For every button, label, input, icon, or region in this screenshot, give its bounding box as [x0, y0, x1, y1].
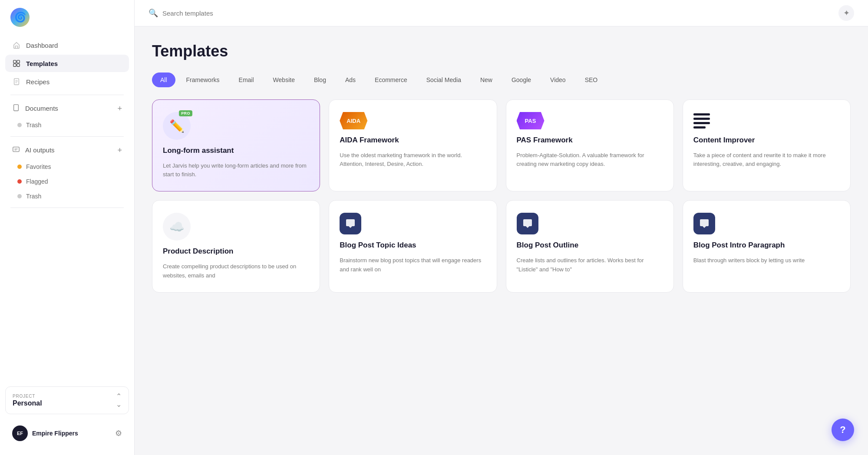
svg-rect-5 — [14, 105, 19, 111]
favorites-label: Favorites — [26, 163, 51, 170]
settings-icon[interactable]: ⚙ — [115, 429, 122, 438]
sidebar-item-templates[interactable]: Templates — [5, 55, 129, 72]
template-card-pas-framework[interactable]: PAS PAS Framework Problem-Agitate-Soluti… — [506, 99, 674, 191]
template-card-content-improver[interactable]: Content Improver Take a piece of content… — [683, 99, 851, 191]
filter-tab-ecommerce[interactable]: Ecommerce — [366, 73, 416, 87]
card-title: Long-form assistant — [163, 146, 309, 155]
chat-icon — [340, 213, 361, 234]
card-desc: Create lists and outlines for articles. … — [517, 256, 663, 274]
sidebar-item-recipes[interactable]: Recipes — [5, 73, 129, 90]
sidebar: 🌀 Dashboard Templates Recipes — [0, 0, 135, 455]
sidebar-item-favorites[interactable]: Favorites — [5, 160, 129, 174]
card-icon-wrap: ☁️ — [163, 213, 309, 241]
chat-icon — [517, 213, 538, 234]
card-desc: Blast through writers block by letting u… — [693, 256, 840, 265]
svg-rect-3 — [17, 64, 20, 66]
theme-toggle-button[interactable]: ✦ — [838, 5, 854, 21]
logo-area: 🌀 — [0, 0, 134, 35]
filter-tab-ads[interactable]: Ads — [337, 73, 364, 87]
card-desc: Let Jarvis help you write long-form arti… — [163, 162, 309, 179]
pas-badge: PAS — [517, 112, 545, 129]
card-title: Product Description — [163, 247, 309, 256]
cloud-icon: ☁️ — [169, 220, 185, 234]
trash-ai-dot — [17, 194, 22, 198]
trash-docs-dot — [17, 123, 22, 127]
sidebar-item-dashboard-label: Dashboard — [26, 42, 58, 49]
ai-outputs-section[interactable]: AI outputs + — [5, 141, 129, 159]
project-label: PROJECT — [13, 394, 42, 399]
chevron-icon: ⌃⌄ — [116, 392, 122, 409]
logo-icon: 🌀 — [10, 8, 30, 27]
sidebar-item-dashboard[interactable]: Dashboard — [5, 36, 129, 54]
sidebar-nav: Dashboard Templates Recipes Documents + — [0, 35, 134, 382]
flagged-dot — [17, 179, 22, 184]
sun-icon: ✦ — [843, 8, 850, 18]
divider-3 — [10, 208, 124, 208]
card-title: Blog Post Intro Paragraph — [693, 241, 840, 250]
search-area: 🔍 — [149, 8, 838, 18]
sidebar-item-recipes-label: Recipes — [26, 78, 50, 86]
ai-outputs-add-button[interactable]: + — [117, 146, 122, 154]
content-area: Templates AllFrameworksEmailWebsiteBlogA… — [135, 26, 868, 455]
filter-tab-google[interactable]: Google — [503, 73, 539, 87]
card-icon-wrap — [693, 112, 840, 129]
card-icon-wrap: ✏️ PRO — [163, 112, 191, 140]
filter-tab-frameworks[interactable]: Frameworks — [178, 73, 228, 87]
card-icon-circle: ☁️ — [163, 213, 191, 241]
avatar: EF — [12, 425, 28, 441]
template-card-product-description[interactable]: ☁️ Product Description Create compelling… — [152, 200, 320, 292]
user-name: Empire Flippers — [32, 430, 78, 437]
recipes-icon — [12, 77, 21, 86]
card-icon-wrap — [693, 213, 840, 234]
sidebar-item-trash-ai[interactable]: Trash — [5, 189, 129, 203]
filter-tab-social-media[interactable]: Social Media — [418, 73, 469, 87]
card-desc: Use the oldest marketing framework in th… — [340, 151, 486, 168]
filter-tab-video[interactable]: Video — [542, 73, 574, 87]
search-input[interactable] — [162, 10, 293, 17]
aida-badge: AIDA — [340, 112, 367, 129]
sidebar-item-templates-label: Templates — [26, 60, 58, 67]
ai-outputs-label: AI outputs — [25, 146, 55, 154]
filter-tab-seo[interactable]: SEO — [577, 73, 606, 87]
ai-outputs-icon — [12, 145, 20, 155]
template-card-aida-framework[interactable]: AIDA AIDA Framework Use the oldest marke… — [329, 99, 497, 191]
documents-icon — [12, 104, 20, 113]
chat-icon — [693, 213, 715, 234]
card-desc: Take a piece of content and rewrite it t… — [693, 151, 840, 168]
filter-tab-email[interactable]: Email — [231, 73, 262, 87]
card-title: AIDA Framework — [340, 135, 486, 145]
filter-tab-new[interactable]: New — [472, 73, 501, 87]
card-icon-wrap — [340, 213, 486, 234]
template-card-blog-post-intro-paragraph[interactable]: Blog Post Intro Paragraph Blast through … — [683, 200, 851, 292]
filter-tab-all[interactable]: All — [152, 73, 175, 87]
template-card-blog-post-topic-ideas[interactable]: Blog Post Topic Ideas Brainstorm new blo… — [329, 200, 497, 292]
home-icon — [12, 41, 21, 49]
project-selector[interactable]: PROJECT Personal ⌃⌄ — [5, 386, 129, 414]
help-fab-button[interactable]: ? — [832, 419, 854, 441]
topbar: 🔍 ✦ — [135, 0, 868, 26]
page-title: Templates — [152, 42, 851, 60]
card-icon-wrap — [517, 213, 663, 234]
card-desc: Create compelling product descriptions t… — [163, 262, 309, 280]
filter-tab-website[interactable]: Website — [265, 73, 303, 87]
template-card-long-form-assistant[interactable]: ✏️ PRO Long-form assistant Let Jarvis he… — [152, 99, 320, 191]
avatar-initials: EF — [17, 431, 23, 436]
card-desc: Brainstorm new blog post topics that wil… — [340, 256, 486, 274]
filter-tabs: AllFrameworksEmailWebsiteBlogAdsEcommerc… — [152, 73, 851, 87]
template-grid: ✏️ PRO Long-form assistant Let Jarvis he… — [152, 99, 851, 293]
divider-1 — [10, 95, 124, 95]
card-title: Blog Post Outline — [517, 241, 663, 250]
sidebar-item-trash-docs[interactable]: Trash — [5, 118, 129, 132]
filter-tab-blog[interactable]: Blog — [306, 73, 334, 87]
trash-ai-label: Trash — [26, 193, 41, 200]
svg-rect-6 — [13, 147, 19, 152]
documents-add-button[interactable]: + — [117, 105, 122, 112]
documents-label: Documents — [25, 105, 58, 112]
card-icon-wrap: PAS — [517, 112, 663, 129]
sidebar-item-flagged[interactable]: Flagged — [5, 175, 129, 188]
user-row: EF Empire Flippers ⚙ — [5, 420, 129, 446]
documents-section[interactable]: Documents + — [5, 99, 129, 117]
template-card-blog-post-outline[interactable]: Blog Post Outline Create lists and outli… — [506, 200, 674, 292]
trash-docs-label: Trash — [26, 122, 41, 129]
card-title: PAS Framework — [517, 135, 663, 145]
